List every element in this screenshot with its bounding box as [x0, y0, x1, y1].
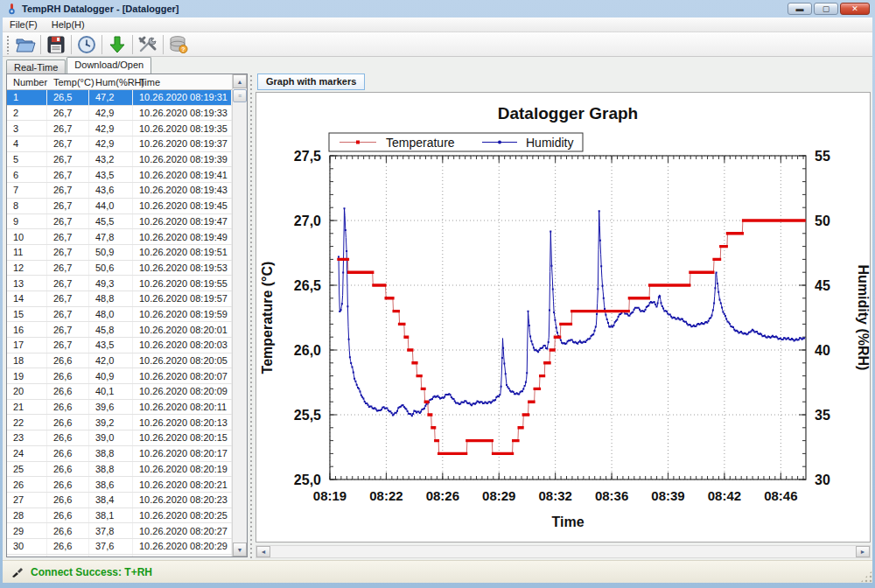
- table-row[interactable]: 1426,748,810.26.2020 08:19:57: [7, 291, 232, 307]
- app-client-area: File(F) Help(H): [3, 18, 872, 583]
- download-data-button[interactable]: [104, 33, 130, 56]
- table-row[interactable]: 1026,747,810.26.2020 08:19:49: [7, 229, 232, 245]
- toolbar: ?: [3, 32, 872, 57]
- graph-with-markers-tab[interactable]: Graph with markers: [257, 74, 365, 90]
- tab-download-open[interactable]: Download/Open: [66, 57, 151, 74]
- database-query-button[interactable]: ?: [165, 33, 192, 56]
- maximize-button[interactable]: ▢: [814, 3, 838, 15]
- svg-text:30: 30: [815, 472, 830, 487]
- table-row[interactable]: 526,743,210.26.2020 08:19:39: [7, 152, 232, 168]
- table-row[interactable]: 2826,638,110.26.2020 08:20:25: [7, 508, 232, 524]
- menu-help[interactable]: Help(H): [45, 18, 92, 31]
- menu-bar: File(F) Help(H): [3, 18, 872, 32]
- table-row[interactable]: 326,742,910.26.2020 08:19:35: [7, 121, 232, 136]
- scroll-thumb[interactable]: ≡: [233, 89, 247, 102]
- table-row[interactable]: 1926,640,910.26.2020 08:20:07: [7, 368, 232, 384]
- table-row[interactable]: 2026,640,110.26.2020 08:20:09: [7, 384, 232, 400]
- svg-text:Humidity: Humidity: [526, 136, 573, 150]
- table-row[interactable]: 226,742,910.26.2020 08:19:33: [7, 106, 232, 122]
- tab-strip: Real-Time Download/Open: [3, 57, 872, 74]
- svg-text:55: 55: [815, 149, 830, 164]
- app-window: TempRH Datalogger - [Datalogger] ▬ ▢ ✕ F…: [0, 0, 875, 588]
- col-time[interactable]: Time: [133, 77, 232, 88]
- table-row[interactable]: 2426,638,810.26.2020 08:20:17: [7, 446, 232, 462]
- toolbar-separator: [40, 35, 41, 54]
- toolbar-grip[interactable]: [6, 35, 10, 54]
- close-button[interactable]: ✕: [840, 3, 870, 15]
- svg-text:08:26: 08:26: [426, 488, 459, 503]
- minimize-button[interactable]: ▬: [788, 3, 812, 15]
- tab-real-time[interactable]: Real-Time: [6, 60, 66, 74]
- col-hum[interactable]: Hum(%RH): [89, 77, 133, 88]
- table-row[interactable]: 1826,642,010.26.2020 08:20:05: [7, 354, 232, 369]
- table-row[interactable]: 2926,637,810.26.2020 08:20:27: [7, 523, 232, 539]
- table-row[interactable]: 2526,638,810.26.2020 08:20:19: [7, 462, 232, 478]
- scroll-right-arrow-icon[interactable]: ►: [856, 546, 870, 557]
- title-bar[interactable]: TempRH Datalogger - [Datalogger] ▬ ▢ ✕: [0, 0, 875, 18]
- table-row[interactable]: 926,745,510.26.2020 08:19:47: [7, 214, 232, 230]
- save-file-button[interactable]: [43, 33, 69, 56]
- table-row[interactable]: 826,744,010.26.2020 08:19:45: [7, 199, 232, 214]
- col-temp[interactable]: Temp(°C): [47, 77, 89, 88]
- table-row[interactable]: 1226,750,610.26.2020 08:19:53: [7, 261, 232, 276]
- scroll-left-arrow-icon[interactable]: ◄: [256, 546, 270, 557]
- svg-text:08:32: 08:32: [538, 488, 571, 503]
- table-row[interactable]: 2226,639,210.26.2020 08:20:13: [7, 415, 232, 430]
- svg-text:26,5: 26,5: [294, 278, 321, 293]
- folder-open-icon: [15, 35, 36, 54]
- svg-text:08:36: 08:36: [595, 488, 628, 503]
- svg-text:27,0: 27,0: [294, 214, 321, 228]
- table-row[interactable]: 2126,639,610.26.2020 08:20:11: [7, 400, 232, 416]
- datalogger-chart: 08:1908:2208:2608:2908:3208:3608:3908:42…: [256, 92, 871, 542]
- svg-text:25,0: 25,0: [294, 472, 321, 487]
- open-file-button[interactable]: [12, 33, 38, 56]
- svg-text:25,5: 25,5: [294, 408, 321, 423]
- svg-text:26,0: 26,0: [294, 343, 321, 358]
- svg-text:27,5: 27,5: [294, 149, 321, 164]
- resize-grip[interactable]: [860, 570, 872, 583]
- status-bar: Connect Success: T+RH: [3, 560, 872, 583]
- svg-text:40: 40: [815, 343, 830, 358]
- col-number[interactable]: Number: [7, 77, 47, 88]
- svg-text:45: 45: [815, 278, 830, 293]
- table-row[interactable]: 1126,750,910.26.2020 08:19:51: [7, 245, 232, 261]
- svg-text:Temperature (°C): Temperature (°C): [260, 262, 275, 374]
- svg-text:Time: Time: [551, 514, 584, 529]
- graph-panel: Graph with markers 08:1908:2208:2608:290…: [256, 74, 872, 558]
- scroll-down-arrow-icon[interactable]: ▼: [233, 542, 247, 556]
- svg-text:?: ?: [181, 46, 185, 52]
- connection-status-icon: [11, 567, 24, 578]
- table-row[interactable]: 726,743,610.26.2020 08:19:43: [7, 183, 232, 199]
- table-row[interactable]: 3126,637,510.26.2020 08:20:31: [7, 555, 232, 556]
- table-row[interactable]: 3026,637,610.26.2020 08:20:29: [7, 539, 232, 555]
- app-icon: [5, 3, 18, 15]
- graph-horizontal-scrollbar[interactable]: ◄ ►: [256, 545, 871, 558]
- table-row[interactable]: 126,547,210.26.2020 08:19:31: [7, 90, 232, 106]
- table-row[interactable]: 2626,638,610.26.2020 08:20:21: [7, 477, 232, 493]
- clock-sync-button[interactable]: [74, 33, 100, 56]
- svg-text:08:39: 08:39: [651, 488, 684, 503]
- table-row[interactable]: 1626,745,810.26.2020 08:20:01: [7, 322, 232, 338]
- toolbar-separator: [102, 35, 102, 54]
- settings-tools-button[interactable]: [135, 33, 161, 56]
- content-area: Number Temp(°C) Hum(%RH) Time 126,547,21…: [3, 74, 872, 558]
- svg-text:50: 50: [815, 214, 830, 228]
- table-row[interactable]: 1326,749,310.26.2020 08:19:55: [7, 276, 232, 291]
- toolbar-separator: [163, 35, 164, 54]
- table-row[interactable]: 1526,748,010.26.2020 08:19:59: [7, 307, 232, 323]
- table-row[interactable]: 2326,639,010.26.2020 08:20:15: [7, 430, 232, 446]
- table-vertical-scrollbar[interactable]: ▲ ≡ ▼: [232, 74, 247, 556]
- svg-text:35: 35: [815, 408, 830, 423]
- download-arrow-icon: [108, 35, 127, 54]
- table-row[interactable]: 2726,638,410.26.2020 08:20:23: [7, 493, 232, 508]
- table-row[interactable]: 626,743,510.26.2020 08:19:41: [7, 167, 232, 183]
- table-row[interactable]: 426,742,910.26.2020 08:19:37: [7, 136, 232, 152]
- table-row[interactable]: 1726,743,510.26.2020 08:20:03: [7, 338, 232, 354]
- scroll-up-arrow-icon[interactable]: ▲: [233, 74, 247, 88]
- svg-text:08:19: 08:19: [313, 488, 346, 503]
- svg-text:08:42: 08:42: [708, 488, 741, 503]
- database-icon: ?: [168, 35, 189, 54]
- menu-file[interactable]: File(F): [3, 18, 45, 31]
- toolbar-separator: [132, 35, 133, 54]
- panel-splitter[interactable]: [248, 74, 255, 558]
